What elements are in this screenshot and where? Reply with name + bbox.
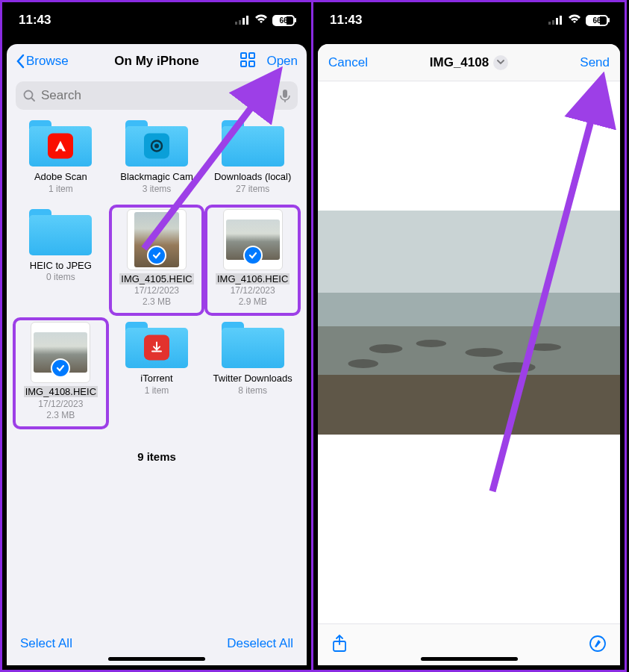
wifi-icon: [254, 13, 268, 28]
share-icon[interactable]: [331, 634, 348, 656]
chevron-left-icon: [16, 54, 25, 69]
folder-twitter-downloads[interactable]: Twitter Downloads 8 items: [206, 319, 299, 428]
folder-itorrent[interactable]: iTorrent 1 item: [110, 319, 204, 428]
checkmark-icon: [243, 246, 263, 265]
microphone-icon[interactable]: [280, 89, 290, 103]
status-time: 11:43: [330, 13, 362, 28]
folder-downloads[interactable]: Downloads (local) 27 items: [206, 117, 299, 202]
svg-rect-7: [249, 61, 254, 66]
send-button[interactable]: Send: [580, 55, 610, 70]
files-picker: Browse On My iPhone Open Adobe Scan 1 it…: [7, 44, 307, 665]
file-img-4108[interactable]: IMG_4108.HEIC 17/12/2023 2.3 MB: [14, 319, 107, 428]
item-count: 9 items: [7, 428, 307, 463]
battery-icon: 66: [586, 15, 608, 26]
image-preview[interactable]: [318, 81, 620, 623]
svg-point-22: [369, 344, 403, 353]
svg-point-27: [493, 362, 536, 373]
folder-adobe-scan[interactable]: Adobe Scan 1 item: [14, 117, 107, 202]
svg-rect-5: [249, 53, 254, 58]
svg-rect-4: [241, 53, 246, 58]
svg-point-25: [528, 343, 561, 351]
svg-rect-10: [283, 90, 287, 98]
thumbnail: [31, 322, 90, 383]
file-img-4105[interactable]: IMG_4105.HEIC 17/12/2023 2.3 MB: [110, 206, 204, 315]
svg-rect-16: [556, 18, 558, 25]
download-icon: [150, 341, 163, 355]
checkmark-icon: [147, 246, 166, 265]
camera-icon: [149, 138, 164, 153]
thumbnail: [223, 209, 283, 270]
checkmark-icon: [51, 358, 70, 378]
battery-icon: 66: [272, 15, 295, 26]
svg-line-9: [31, 98, 34, 101]
svg-rect-15: [552, 20, 554, 25]
svg-rect-6: [241, 61, 246, 66]
nav-bar: Cancel IMG_4108 Send: [318, 44, 620, 81]
svg-rect-21: [318, 375, 620, 435]
svg-rect-2: [242, 18, 245, 25]
status-bar: 11:43 66: [2, 2, 311, 38]
phone-left: 11:43 66 Browse On My iPhone Open: [0, 0, 313, 672]
home-indicator[interactable]: [421, 657, 518, 661]
svg-rect-14: [548, 22, 551, 25]
file-img-4106[interactable]: IMG_4106.HEIC 17/12/2023 2.9 MB: [206, 206, 299, 315]
home-indicator[interactable]: [108, 657, 205, 661]
select-all-button[interactable]: Select All: [20, 636, 72, 651]
preview-image: [318, 211, 620, 435]
markup-icon[interactable]: [589, 635, 607, 656]
search-icon: [23, 90, 36, 102]
cellular-icon: [235, 16, 250, 25]
deselect-all-button[interactable]: Deselect All: [227, 636, 293, 651]
search-input[interactable]: [41, 88, 275, 103]
preview-title: IMG_4108: [430, 55, 489, 70]
file-grid: Adobe Scan 1 item Blackmagic Cam 3 items…: [7, 117, 307, 428]
open-button[interactable]: Open: [266, 54, 298, 69]
svg-rect-3: [246, 16, 248, 25]
folder-heic-jpeg[interactable]: HEIC to JPEG 0 items: [14, 206, 107, 315]
svg-point-26: [348, 359, 379, 368]
svg-point-24: [465, 348, 503, 357]
cellular-icon: [548, 16, 563, 25]
title-dropdown[interactable]: [493, 55, 508, 70]
svg-rect-17: [560, 16, 562, 25]
wifi-icon: [568, 13, 581, 28]
folder-blackmagic[interactable]: Blackmagic Cam 3 items: [110, 117, 204, 202]
thumbnail: [127, 209, 187, 270]
adobe-icon: [53, 138, 68, 153]
nav-bar: Browse On My iPhone Open: [7, 44, 307, 78]
cancel-button[interactable]: Cancel: [328, 55, 368, 70]
svg-rect-0: [235, 22, 237, 25]
svg-rect-1: [239, 20, 241, 25]
svg-rect-19: [318, 293, 620, 330]
search-bar[interactable]: [16, 81, 298, 110]
phone-right: 11:43 66 Cancel IMG_4108 Send: [313, 0, 627, 672]
back-button[interactable]: Browse: [16, 54, 69, 69]
grid-view-icon[interactable]: [240, 52, 256, 71]
chevron-down-icon: [497, 60, 504, 65]
svg-point-23: [416, 340, 447, 347]
preview-modal: Cancel IMG_4108 Send: [318, 44, 620, 665]
status-time: 11:43: [19, 13, 51, 28]
svg-point-12: [154, 143, 159, 148]
svg-rect-18: [318, 211, 620, 293]
status-bar: 11:43 66: [313, 2, 625, 38]
